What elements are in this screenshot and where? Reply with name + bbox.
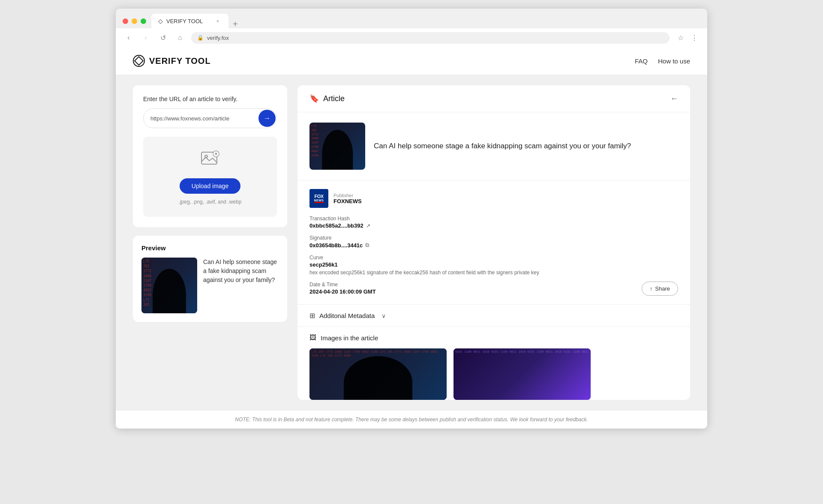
preview-image: L75J05177234061347279048823196L75J05: [141, 258, 197, 313]
database-icon: ⊞: [309, 312, 315, 320]
article-headline: Can AI help someone stage a fake kidnapp…: [374, 141, 631, 152]
share-button-label: Share: [655, 285, 670, 292]
article-thumbnail-image: L75J05177234061347279048823196: [309, 123, 365, 170]
upload-area: Upload image .jpeg, .png, .avif, and .we…: [143, 137, 277, 217]
window-minimize-dot[interactable]: [132, 18, 137, 24]
metadata-grid: Transaction Hash 0xbbc585a2....bb392 ↗ S…: [309, 216, 678, 296]
additional-metadata-section[interactable]: ⊞ Additonal Metadata ∨: [297, 305, 690, 327]
share-button[interactable]: ↑ Share: [642, 282, 678, 296]
publisher-name: FOXNEWS: [333, 198, 362, 204]
window-maximize-dot[interactable]: [141, 18, 146, 24]
transaction-hash-value-row: 0xbbc585a2....bb392 ↗: [309, 222, 678, 229]
preview-title: Preview: [141, 244, 279, 252]
additional-metadata-title: Additonal Metadata: [319, 312, 375, 319]
lock-icon: 🔒: [197, 35, 204, 41]
images-header: 🖼 Images in the article: [309, 334, 678, 342]
tab-title: VERIFY TOOL: [166, 18, 203, 24]
new-tab-button[interactable]: +: [229, 20, 241, 28]
date-time-row: Date & Time 2024-04-20 16:00:09 GMT: [309, 282, 376, 295]
address-bar[interactable]: 🔒 verify.fox: [191, 32, 670, 44]
signature-row: Signature 0x03654b8b....3441c ⧉: [309, 235, 678, 249]
arrow-right-icon: →: [264, 114, 270, 122]
article-section-title: Article: [323, 94, 345, 103]
article-image-2: 0101 1100 0011 1010 0101 1100 0011 1010 …: [454, 348, 591, 400]
app-header: VERIFY TOOL FAQ How to use: [116, 47, 707, 75]
back-button[interactable]: ←: [670, 94, 678, 103]
copy-icon[interactable]: ⧉: [365, 242, 369, 249]
date-share-row: Date & Time 2024-04-20 16:00:09 GMT ↑ Sh…: [309, 282, 678, 296]
signature-value-row: 0x03654b8b....3441c ⧉: [309, 242, 678, 249]
window-close-dot[interactable]: [123, 18, 128, 24]
right-panel: 🔖 Article ← L75J051772340613472790488231…: [297, 85, 690, 400]
transaction-hash-label: Transaction Hash: [309, 216, 678, 222]
publisher-row: FOX NEWS Publisher FOXNEWS: [309, 189, 678, 208]
tab-favicon: ◇: [158, 18, 163, 24]
signature-label: Signature: [309, 235, 678, 241]
share-icon: ↑: [650, 285, 653, 292]
input-card: Enter the URL of an article to verify. →: [133, 85, 287, 227]
date-time-label: Date & Time: [309, 282, 376, 288]
article-header-left: 🔖 Article: [309, 94, 345, 103]
url-input-row: →: [143, 108, 277, 128]
article-header: 🔖 Article ←: [297, 85, 690, 112]
date-time-value: 2024-04-20 16:00:09 GMT: [309, 288, 376, 295]
bookmark-button[interactable]: ☆: [675, 32, 687, 44]
curve-row: Curve secp256k1 hex encoded secp256k1 si…: [309, 255, 678, 276]
reload-button[interactable]: ↺: [157, 32, 169, 44]
preview-article-text: Can AI help someone stage a fake kidnapp…: [203, 258, 279, 285]
how-to-use-link[interactable]: How to use: [658, 57, 690, 65]
article-preview: L75J05177234061347279048823196 Can AI he…: [297, 112, 690, 180]
browser-tab[interactable]: ◇ VERIFY TOOL ×: [151, 14, 228, 28]
main-content: Enter the URL of an article to verify. →: [116, 75, 707, 410]
publisher-label: Publisher: [333, 193, 362, 198]
app-logo: VERIFY TOOL: [133, 55, 211, 67]
left-panel: Enter the URL of an article to verify. →: [133, 85, 287, 400]
forward-button[interactable]: ›: [140, 32, 152, 44]
back-button[interactable]: ‹: [123, 32, 135, 44]
transaction-hash-value: 0xbbc585a2....bb392: [309, 222, 363, 229]
publisher-info: Publisher FOXNEWS: [333, 193, 362, 204]
address-url: verify.fox: [207, 35, 229, 41]
images-section: 🖼 Images in the article L75 J05 1772 340…: [297, 327, 690, 400]
back-arrow-icon: ←: [670, 94, 678, 103]
image-icon: 🖼: [309, 334, 316, 342]
upload-image-icon: [200, 149, 220, 173]
signature-value: 0x03654b8b....3441c: [309, 242, 363, 249]
transaction-hash-row: Transaction Hash 0xbbc585a2....bb392 ↗: [309, 216, 678, 229]
menu-button[interactable]: ⋮: [688, 32, 700, 44]
images-grid: L75 J05 1772 3406 1347 2790 4882 3196 L7…: [309, 348, 678, 400]
logo-icon: [133, 55, 145, 67]
chevron-down-icon: ∨: [381, 312, 386, 319]
bookmark-icon: 🔖: [309, 94, 319, 103]
preview-content: L75J05177234061347279048823196L75J05 Can…: [141, 258, 279, 313]
app-footer: NOTE: This tool is in Beta and not featu…: [116, 410, 707, 429]
footer-text: NOTE: This tool is in Beta and not featu…: [133, 417, 690, 423]
logo-diamond: [134, 56, 144, 66]
input-label: Enter the URL of an article to verify.: [143, 96, 277, 102]
url-submit-button[interactable]: →: [258, 110, 276, 127]
home-button[interactable]: ⌂: [174, 32, 186, 44]
upload-hint: .jpeg, .png, .avif, and .webp: [179, 199, 242, 205]
curve-label: Curve: [309, 255, 678, 261]
preview-card: Preview L75J05177234061347279048823196L7…: [133, 236, 287, 322]
external-link-icon[interactable]: ↗: [366, 223, 370, 229]
curve-value: secp256k1: [309, 261, 678, 268]
upload-image-button[interactable]: Upload image: [180, 178, 240, 194]
app-title: VERIFY TOOL: [149, 56, 211, 66]
metadata-section: FOX NEWS Publisher FOXNEWS: [297, 180, 690, 305]
curve-description: hex encoded secp256k1 signature of the k…: [309, 270, 678, 276]
url-input[interactable]: [144, 111, 258, 126]
tab-close-button[interactable]: ×: [214, 17, 222, 25]
article-thumbnail: L75J05177234061347279048823196: [309, 123, 365, 170]
header-nav: FAQ How to use: [635, 57, 690, 65]
images-section-title: Images in the article: [321, 334, 378, 342]
faq-link[interactable]: FAQ: [635, 57, 648, 65]
publisher-logo: FOX NEWS: [309, 189, 328, 208]
article-image-1: L75 J05 1772 3406 1347 2790 4882 3196 L7…: [309, 348, 447, 400]
